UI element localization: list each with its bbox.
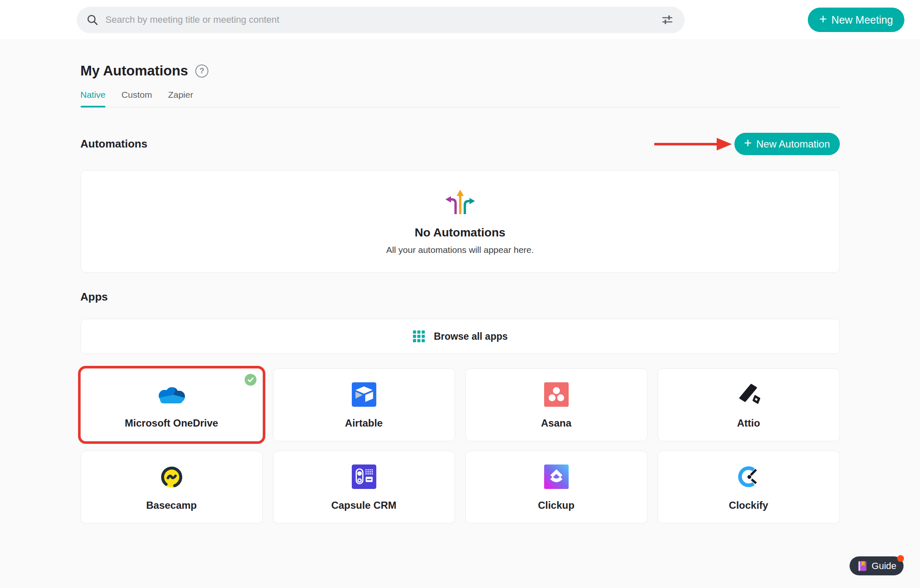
new-automation-label: New Automation [756,138,830,150]
annotation-group: + New Automation [654,133,840,155]
app-card-label: Clickup [538,499,575,511]
app-card-label: Basecamp [146,499,197,511]
guide-label: Guide [871,561,896,572]
automations-section-head: Automations + New Automation [81,133,840,155]
app-card-attio[interactable]: Attio [658,368,840,441]
clockify-logo-icon [736,463,762,491]
search-icon [86,13,99,26]
browse-all-apps-label: Browse all apps [434,331,507,342]
app-card-label: Asana [541,417,571,429]
app-card-label: Attio [737,417,760,429]
browse-all-apps-button[interactable]: Browse all apps [81,319,840,354]
app-card-capsule-crm[interactable]: Capsule CRM [273,451,455,524]
help-icon[interactable]: ? [195,64,208,78]
app-card-label: Capsule CRM [331,499,397,511]
page-title-row: My Automations ? [81,63,840,79]
automations-empty-state: No Automations All your automations will… [81,170,840,273]
help-glyph: ? [200,66,205,75]
onedrive-logo-icon [157,381,186,408]
main-content: My Automations ? Native Custom Zapier Au… [81,40,840,524]
empty-state-subtitle: All your automations will appear here. [386,245,534,255]
attio-logo-icon [736,381,762,408]
new-meeting-button[interactable]: + New Meeting [808,8,904,32]
empty-state-title: No Automations [415,226,505,239]
page-title: My Automations [81,63,188,79]
tabs-bar: Native Custom Zapier [81,90,840,107]
app-card-microsoft-onedrive[interactable]: Microsoft OneDrive [81,368,263,441]
tab-custom[interactable]: Custom [121,90,152,107]
tab-native[interactable]: Native [81,90,106,107]
guide-button[interactable]: Guide [850,556,904,575]
connected-check-icon [245,374,256,386]
asana-logo-icon [543,381,569,408]
app-card-clockify[interactable]: Clockify [658,451,840,524]
app-card-label: Airtable [345,417,383,429]
clickup-logo-icon [543,463,569,491]
tab-zapier[interactable]: Zapier [168,90,193,107]
app-card-basecamp[interactable]: Basecamp [81,451,263,524]
app-card-label: Clockify [729,499,768,511]
apps-grid-icon [412,330,426,343]
app-card-airtable[interactable]: Airtable [273,368,455,441]
app-card-asana[interactable]: Asana [465,368,648,441]
app-card-clickup[interactable]: Clickup [465,451,648,524]
automations-heading: Automations [81,137,148,150]
search-bar [77,7,685,33]
automation-arrows-icon [444,188,476,216]
app-card-label: Microsoft OneDrive [125,417,218,429]
basecamp-logo-icon [158,463,185,491]
search-filters-icon[interactable] [659,12,675,28]
guide-book-icon [857,560,868,572]
search-input[interactable] [105,14,653,26]
airtable-logo-icon [351,381,377,408]
topbar: + New Meeting [0,0,920,40]
capsule-crm-logo-icon [351,463,377,491]
new-automation-button[interactable]: + New Automation [734,133,840,155]
red-arrow-annotation [654,137,733,152]
new-meeting-label: New Meeting [831,14,893,26]
guide-notification-dot [897,555,904,562]
apps-heading: Apps [81,290,840,303]
apps-grid: Microsoft OneDrive Airtable [81,368,840,524]
